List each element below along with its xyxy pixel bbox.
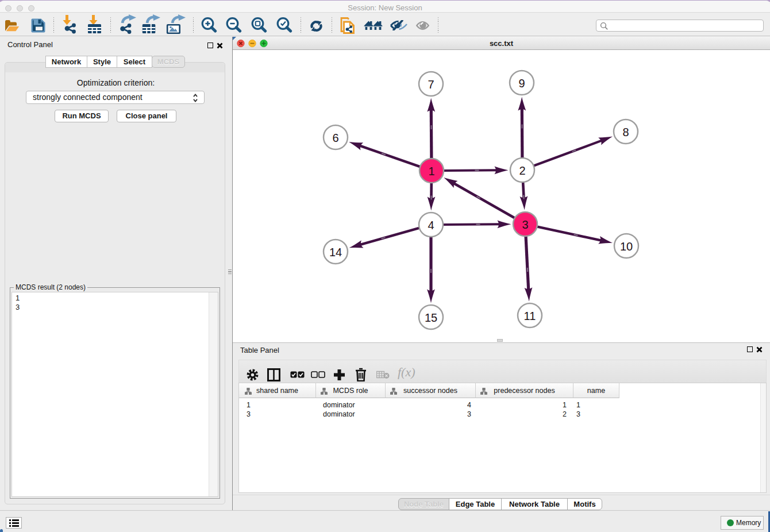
- svg-text:14: 14: [329, 246, 342, 259]
- svg-text:3: 3: [522, 218, 528, 231]
- svg-text:8: 8: [622, 126, 629, 138]
- svg-text:10: 10: [620, 240, 633, 253]
- svg-text:15: 15: [425, 311, 437, 324]
- svg-text:9: 9: [518, 77, 525, 90]
- svg-text:7: 7: [428, 78, 434, 91]
- svg-text:2: 2: [519, 164, 525, 177]
- svg-text:1: 1: [428, 165, 434, 178]
- svg-text:6: 6: [332, 132, 338, 144]
- svg-text:4: 4: [428, 219, 434, 232]
- svg-text:11: 11: [524, 310, 536, 322]
